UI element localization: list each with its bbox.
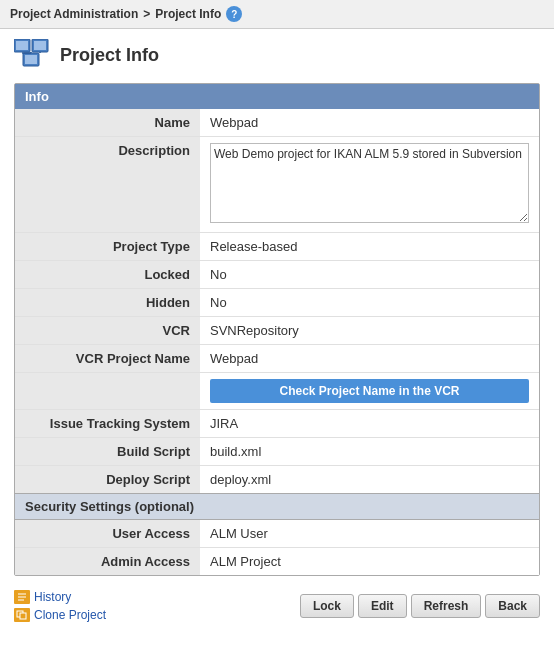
clone-project-link[interactable]: Clone Project bbox=[14, 608, 106, 622]
svg-rect-1 bbox=[16, 41, 28, 50]
field-value-issue-tracking: JIRA bbox=[200, 410, 539, 438]
info-table: Name Webpad Description Web Demo project… bbox=[15, 109, 539, 493]
field-value-description: Web Demo project for IKAN ALM 5.9 stored… bbox=[200, 137, 539, 233]
page-header: Project Info bbox=[14, 39, 540, 71]
main-container: Project Info Info Name Webpad Descriptio… bbox=[0, 29, 554, 640]
field-label-project-type: Project Type bbox=[15, 233, 200, 261]
table-row: Description Web Demo project for IKAN AL… bbox=[15, 137, 539, 233]
vcr-button-label-cell bbox=[15, 373, 200, 410]
field-label-vcr-project-name: VCR Project Name bbox=[15, 345, 200, 373]
description-textarea[interactable]: Web Demo project for IKAN ALM 5.9 stored… bbox=[210, 143, 529, 223]
page-title: Project Info bbox=[60, 45, 159, 66]
breadcrumb-separator: > bbox=[143, 7, 150, 21]
field-label-user-access: User Access bbox=[15, 520, 200, 548]
table-row: Admin Access ALM Project bbox=[15, 548, 539, 576]
vcr-button-cell: Check Project Name in the VCR bbox=[200, 373, 539, 410]
field-label-deploy-script: Deploy Script bbox=[15, 466, 200, 494]
svg-rect-5 bbox=[25, 55, 37, 64]
table-row: Issue Tracking System JIRA bbox=[15, 410, 539, 438]
field-value-build-script: build.xml bbox=[200, 438, 539, 466]
table-row: Project Type Release-based bbox=[15, 233, 539, 261]
field-label-description: Description bbox=[15, 137, 200, 233]
field-label-vcr: VCR bbox=[15, 317, 200, 345]
field-value-user-access: ALM User bbox=[200, 520, 539, 548]
table-row: Name Webpad bbox=[15, 109, 539, 137]
bottom-buttons: Lock Edit Refresh Back bbox=[300, 594, 540, 618]
lock-button[interactable]: Lock bbox=[300, 594, 354, 618]
history-label: History bbox=[34, 590, 71, 604]
table-row: Check Project Name in the VCR bbox=[15, 373, 539, 410]
field-value-vcr-project-name: Webpad bbox=[200, 345, 539, 373]
table-row: Locked No bbox=[15, 261, 539, 289]
refresh-button[interactable]: Refresh bbox=[411, 594, 482, 618]
clone-label: Clone Project bbox=[34, 608, 106, 622]
table-row: Build Script build.xml bbox=[15, 438, 539, 466]
edit-button[interactable]: Edit bbox=[358, 594, 407, 618]
bottom-left-links: History Clone Project bbox=[14, 590, 106, 622]
svg-rect-15 bbox=[20, 613, 26, 619]
field-label-locked: Locked bbox=[15, 261, 200, 289]
breadcrumb: Project Administration > Project Info ? bbox=[0, 0, 554, 29]
help-icon[interactable]: ? bbox=[226, 6, 242, 22]
field-label-admin-access: Admin Access bbox=[15, 548, 200, 576]
field-value-locked: No bbox=[200, 261, 539, 289]
field-label-build-script: Build Script bbox=[15, 438, 200, 466]
history-link[interactable]: History bbox=[14, 590, 106, 604]
security-section-header: Security Settings (optional) bbox=[15, 493, 539, 520]
table-row: VCR SVNRepository bbox=[15, 317, 539, 345]
back-button[interactable]: Back bbox=[485, 594, 540, 618]
bottom-actions: History Clone Project Lock Edit Refresh … bbox=[14, 590, 540, 622]
field-label-hidden: Hidden bbox=[15, 289, 200, 317]
field-value-vcr: SVNRepository bbox=[200, 317, 539, 345]
table-row: VCR Project Name Webpad bbox=[15, 345, 539, 373]
project-info-icon bbox=[14, 39, 50, 71]
field-value-project-type: Release-based bbox=[200, 233, 539, 261]
breadcrumb-part1: Project Administration bbox=[10, 7, 138, 21]
check-vcr-button[interactable]: Check Project Name in the VCR bbox=[210, 379, 529, 403]
table-row: Hidden No bbox=[15, 289, 539, 317]
field-value-deploy-script: deploy.xml bbox=[200, 466, 539, 494]
clone-icon bbox=[14, 608, 30, 622]
field-value-hidden: No bbox=[200, 289, 539, 317]
field-value-name: Webpad bbox=[200, 109, 539, 137]
table-row: Deploy Script deploy.xml bbox=[15, 466, 539, 494]
info-section-header: Info bbox=[15, 84, 539, 109]
security-table: User Access ALM User Admin Access ALM Pr… bbox=[15, 520, 539, 575]
breadcrumb-part2: Project Info bbox=[155, 7, 221, 21]
field-value-admin-access: ALM Project bbox=[200, 548, 539, 576]
history-icon bbox=[14, 590, 30, 604]
field-label-issue-tracking: Issue Tracking System bbox=[15, 410, 200, 438]
svg-rect-3 bbox=[34, 41, 46, 50]
field-label-name: Name bbox=[15, 109, 200, 137]
info-card: Info Name Webpad Description Web Demo pr… bbox=[14, 83, 540, 576]
table-row: User Access ALM User bbox=[15, 520, 539, 548]
